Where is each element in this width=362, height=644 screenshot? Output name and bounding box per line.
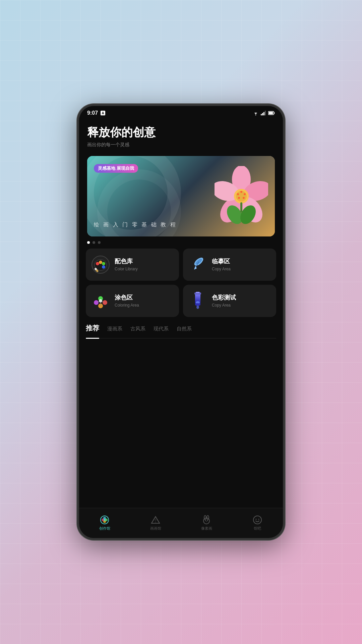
header-section: 释放你的创意 画出你的每一个灵感 [79, 119, 283, 151]
svg-rect-46 [196, 292, 200, 293]
svg-point-48 [196, 306, 199, 309]
svg-rect-22 [240, 202, 242, 212]
color-test-subtitle: Copy Area [212, 303, 236, 308]
page-title: 释放你的创意 [87, 125, 275, 139]
nav-pixel[interactable]: 像素画 [181, 508, 232, 538]
color-test-text: 色彩测试 Copy Area [212, 294, 236, 308]
nav-community[interactable]: 馆吧 [232, 508, 283, 538]
color-test-icon [188, 291, 207, 310]
svg-point-26 [99, 261, 102, 264]
svg-point-66 [258, 519, 259, 520]
svg-rect-1 [261, 114, 262, 115]
svg-point-0 [255, 115, 256, 115]
banner-tag: 灵感基地 展现自我 [94, 164, 138, 173]
tabs-row: 推荐 漫画系 古风系 现代系 自然系 [86, 324, 276, 338]
svg-point-18 [238, 197, 240, 199]
color-library-subtitle: Color Library [115, 267, 138, 271]
svg-point-64 [253, 516, 261, 524]
card-color-test[interactable]: 色彩测试 Copy Area [183, 285, 276, 317]
svg-point-65 [256, 519, 257, 520]
main-content: 释放你的创意 画出你的每一个灵感 灵感基地 展现自我 [79, 119, 283, 508]
page-subtitle: 画出你的每一个灵感 [87, 142, 275, 148]
nav-drawing-label: 画画馆 [150, 526, 161, 531]
copy-area-title: 临摹区 [212, 258, 231, 265]
spacer [79, 342, 283, 349]
card-color-library[interactable]: 配色库 Color Library [86, 249, 179, 281]
community-icon [253, 515, 262, 525]
coloring-area-title: 涂色区 [115, 294, 139, 302]
wifi-icon [253, 111, 259, 115]
copy-area-subtitle: Copy Area [212, 267, 231, 271]
svg-point-17 [244, 193, 246, 195]
svg-point-63 [206, 521, 207, 522]
banner-flower-image [215, 166, 268, 226]
battery-icon [268, 111, 275, 115]
card-coloring-area[interactable]: 涂色区 Coloring Area [86, 285, 179, 317]
color-test-title: 色彩测试 [212, 294, 236, 302]
svg-point-54 [104, 519, 106, 521]
svg-point-60 [207, 516, 209, 520]
coloring-area-icon [91, 291, 110, 310]
status-time: 9:07 [87, 110, 98, 116]
svg-rect-3 [263, 112, 264, 115]
nav-creation[interactable]: 创作馆 [79, 508, 130, 538]
dot-1[interactable] [87, 241, 90, 244]
coloring-area-subtitle: Coloring Area [115, 303, 139, 308]
feature-cards-grid: 配色库 Color Library 临摹区 [79, 249, 283, 317]
svg-point-47 [195, 303, 200, 306]
signal-icon [261, 111, 266, 115]
copy-area-icon [188, 255, 207, 274]
phone-frame: 9:07 A [77, 104, 285, 540]
svg-point-15 [240, 191, 242, 193]
status-bar: 9:07 A [79, 106, 283, 119]
drawing-hall-icon [151, 515, 160, 525]
tab-manga[interactable]: 漫画系 [107, 326, 122, 333]
tab-nature[interactable]: 自然系 [177, 326, 192, 333]
pixel-art-icon [202, 515, 211, 525]
tab-recommended[interactable]: 推荐 [86, 324, 99, 334]
tab-ancient[interactable]: 古风系 [130, 326, 145, 333]
svg-point-62 [207, 520, 208, 521]
svg-rect-4 [265, 111, 266, 115]
status-icons [253, 111, 275, 115]
banner-text: 绘 画 入 门 零 基 础 教 程 [94, 221, 177, 228]
svg-point-19 [243, 197, 245, 199]
svg-point-61 [205, 520, 206, 521]
color-library-icon [91, 255, 110, 274]
svg-rect-2 [262, 113, 263, 115]
svg-point-41 [99, 299, 102, 303]
dot-2[interactable] [93, 241, 95, 244]
svg-point-25 [96, 262, 99, 265]
bottom-navigation: 创作馆 画画馆 像素画 [79, 508, 283, 538]
nav-community-label: 馆吧 [254, 526, 261, 531]
banner-dots [79, 236, 283, 249]
svg-point-27 [102, 262, 105, 265]
coloring-area-text: 涂色区 Coloring Area [115, 294, 139, 308]
svg-rect-7 [274, 112, 275, 114]
nav-creation-label: 创作馆 [99, 526, 110, 531]
nav-drawing[interactable]: 画画馆 [130, 508, 181, 538]
dot-3[interactable] [98, 241, 101, 244]
copy-area-text: 临摹区 Copy Area [212, 258, 231, 271]
banner[interactable]: 灵感基地 展现自我 [87, 156, 275, 236]
creation-hall-icon [100, 515, 109, 525]
status-indicator-a: A [101, 111, 105, 115]
nav-pixel-label: 像素画 [201, 526, 212, 531]
color-library-title: 配色库 [115, 258, 138, 265]
color-library-text: 配色库 Color Library [115, 258, 138, 271]
tab-modern[interactable]: 现代系 [154, 326, 169, 333]
svg-rect-6 [269, 112, 273, 114]
card-copy-area[interactable]: 临摹区 Copy Area [183, 249, 276, 281]
svg-point-59 [204, 516, 206, 520]
svg-point-28 [102, 265, 105, 269]
svg-point-16 [237, 193, 239, 195]
category-tabs: 推荐 漫画系 古风系 现代系 自然系 [79, 324, 283, 338]
